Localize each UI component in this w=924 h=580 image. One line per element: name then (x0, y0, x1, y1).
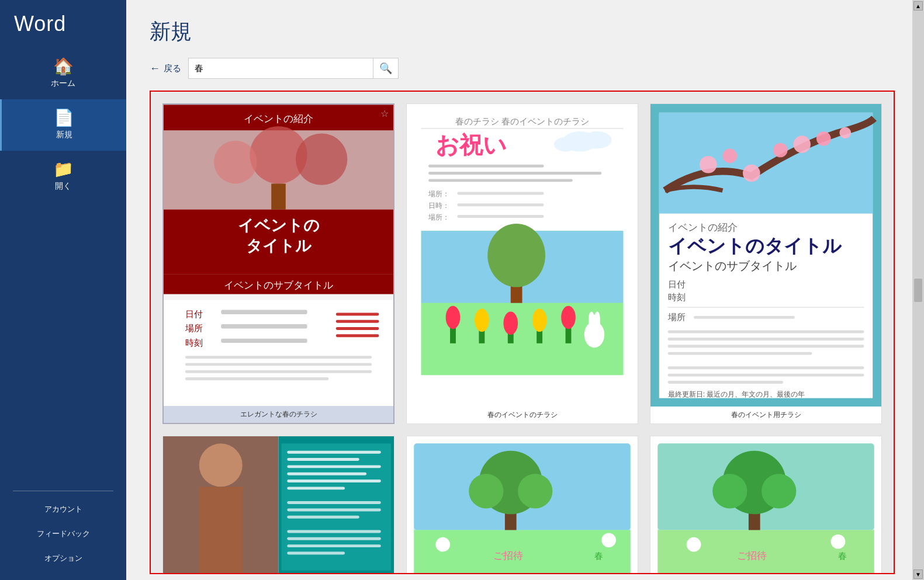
svg-point-56 (532, 309, 547, 332)
svg-point-155 (712, 474, 747, 509)
svg-point-66 (700, 156, 717, 173)
scroll-thumb[interactable] (914, 279, 922, 302)
template-card-1[interactable]: イベントの紹介 イベントの (162, 103, 394, 424)
sidebar-item-home[interactable]: 🏠 ホーム (0, 48, 126, 99)
svg-point-48 (487, 224, 545, 287)
svg-rect-102 (287, 509, 380, 512)
svg-rect-107 (287, 552, 345, 555)
svg-point-34 (554, 137, 577, 152)
svg-rect-87 (668, 381, 784, 384)
svg-rect-101 (287, 502, 380, 505)
template-thumbnail-2: 春のチラシ 春のイベントのチラシ お祝い (407, 104, 638, 407)
options-label: オプション (44, 553, 82, 564)
svg-text:時刻: 時刻 (185, 338, 203, 348)
svg-text:場所：: 場所： (428, 190, 449, 198)
new-icon: 📄 (54, 110, 74, 126)
search-button[interactable]: 🔍 (373, 58, 398, 78)
svg-rect-22 (185, 370, 372, 373)
sidebar-item-label-new: 新規 (56, 130, 72, 140)
svg-point-5 (214, 141, 257, 184)
svg-rect-86 (668, 374, 864, 377)
page-title: 新規 (150, 18, 895, 46)
svg-point-6 (296, 133, 347, 185)
template-svg-1: イベントの紹介 イベントの (164, 105, 393, 406)
svg-rect-98 (287, 473, 366, 475)
svg-rect-99 (287, 480, 380, 483)
template-thumbnail-1: イベントの紹介 イベントの (164, 105, 393, 406)
template-label-1: エレガントな春のチラシ (164, 406, 393, 423)
template-card-3[interactable]: イベントの紹介 イベントのタイトル イベントのサブタイトル 日付 時刻 場所 (650, 103, 882, 424)
svg-point-158 (687, 537, 701, 552)
home-icon: 🏠 (53, 58, 74, 75)
svg-rect-36 (428, 172, 601, 175)
svg-text:タイトル: タイトル (246, 237, 312, 255)
back-label: 戻る (164, 63, 181, 74)
template-thumbnail-5: ご招待 春 (407, 436, 638, 573)
svg-text:春: 春 (594, 551, 603, 561)
svg-text:イベントのサブタイトル: イベントのサブタイトル (224, 279, 333, 291)
back-arrow-icon: ← (150, 62, 160, 75)
scroll-up-button[interactable]: ▲ (913, 1, 923, 11)
svg-rect-27 (336, 334, 379, 337)
sidebar-item-new[interactable]: 📄 新規 (0, 99, 126, 151)
sidebar-item-options[interactable]: オプション (0, 546, 126, 571)
template-card-2[interactable]: 春のチラシ 春のイベントのチラシ お祝い (406, 103, 638, 424)
svg-point-54 (503, 312, 518, 335)
search-input[interactable] (189, 60, 373, 77)
svg-rect-105 (287, 537, 380, 540)
search-icon: 🔍 (379, 62, 392, 75)
template-thumbnail-3: イベントの紹介 イベントのタイトル イベントのサブタイトル 日付 時刻 場所 (650, 104, 881, 407)
svg-point-67 (722, 149, 737, 164)
sidebar-item-account[interactable]: アカウント (0, 497, 126, 522)
svg-rect-92 (199, 487, 243, 573)
svg-point-62 (594, 312, 600, 327)
template-card-6[interactable]: ご招待 春 (650, 436, 882, 573)
sidebar-nav: 🏠 ホーム 📄 新規 📁 開く アカウント フィードバック (0, 48, 126, 580)
template-svg-6: ご招待 春 (650, 436, 881, 573)
svg-text:ご招待: ご招待 (737, 550, 767, 561)
svg-point-69 (773, 143, 788, 158)
svg-rect-24 (336, 312, 379, 315)
svg-rect-80 (694, 316, 795, 319)
svg-rect-95 (287, 451, 380, 454)
svg-rect-20 (185, 356, 372, 359)
scroll-down-button[interactable]: ▼ (913, 569, 923, 579)
app-title: Word (0, 0, 66, 48)
svg-text:イベントの紹介: イベントの紹介 (668, 221, 738, 233)
svg-rect-81 (668, 331, 864, 334)
star-icon-1[interactable]: ☆ (380, 108, 389, 119)
svg-rect-41 (457, 203, 544, 206)
svg-point-58 (561, 306, 576, 329)
svg-text:春のチラシ 春のイベントのチラシ: 春のチラシ 春のイベントのチラシ (455, 117, 589, 126)
svg-text:春: 春 (838, 551, 847, 561)
svg-text:日時：: 日時： (428, 202, 449, 210)
svg-text:場所：: 場所： (428, 213, 449, 221)
template-card-5[interactable]: ご招待 春 (406, 436, 638, 573)
template-label-2: 春のイベントのチラシ (407, 407, 638, 423)
sidebar-item-feedback[interactable]: フィードバック (0, 522, 126, 546)
back-button[interactable]: ← 戻る (150, 62, 181, 75)
template-card-4[interactable]: [日付] [イベントの タイトルをここに入力] (162, 436, 394, 573)
svg-rect-104 (287, 530, 380, 533)
svg-rect-103 (287, 516, 359, 519)
sidebar-item-open[interactable]: 📁 開く (0, 151, 126, 202)
template-thumbnail-6: ご招待 春 (650, 436, 881, 573)
svg-rect-19 (221, 339, 307, 343)
svg-text:イベントのタイトル: イベントのタイトル (668, 235, 842, 256)
svg-text:イベントのサブタイトル: イベントのサブタイトル (668, 259, 797, 272)
template-grid: イベントの紹介 イベントの (151, 92, 894, 573)
account-label: アカウント (44, 504, 82, 515)
svg-point-91 (199, 444, 243, 487)
sidebar-item-label-open: 開く (55, 181, 71, 192)
svg-point-135 (435, 537, 450, 552)
template-label-3: 春のイベント用チラシ (650, 407, 881, 423)
template-grid-container: イベントの紹介 イベントの (150, 91, 895, 574)
feedback-label: フィードバック (37, 529, 90, 539)
main-content: 新規 ← 戻る 🔍 (126, 0, 912, 580)
svg-text:イベントの: イベントの (238, 217, 320, 234)
svg-rect-96 (287, 458, 359, 461)
svg-point-159 (831, 534, 846, 549)
svg-text:場所: 場所 (667, 312, 686, 322)
svg-rect-106 (287, 545, 380, 548)
svg-rect-15 (221, 310, 307, 314)
